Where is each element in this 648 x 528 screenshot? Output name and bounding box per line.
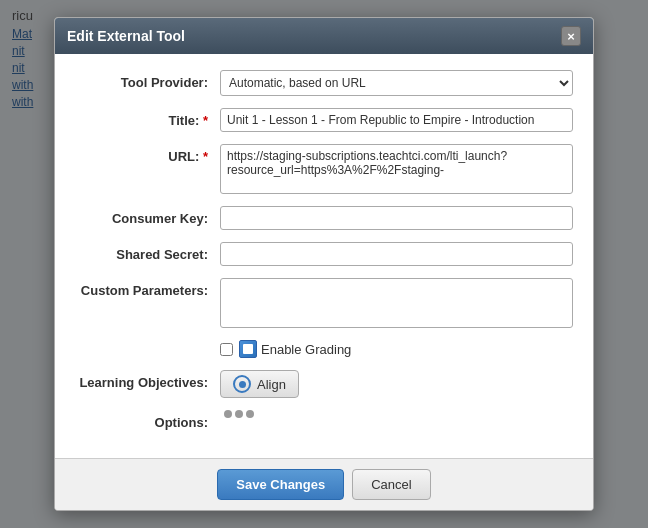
consumer-key-label: Consumer Key: (75, 206, 220, 226)
title-row: Title: * (75, 108, 573, 132)
align-icon (233, 375, 251, 393)
cancel-button[interactable]: Cancel (352, 469, 430, 500)
modal-footer: Save Changes Cancel (55, 458, 593, 510)
url-row: URL: * https://staging-subscriptions.tea… (75, 144, 573, 194)
enable-grading-row: Enable Grading (75, 340, 573, 358)
modal-dialog: Edit External Tool × Tool Provider: Auto… (54, 17, 594, 511)
title-input[interactable] (220, 108, 573, 132)
learning-objectives-label: Learning Objectives: (75, 370, 220, 390)
align-button-label: Align (257, 377, 286, 392)
grading-icon (239, 340, 257, 358)
modal-overlay: Edit External Tool × Tool Provider: Auto… (0, 0, 648, 528)
align-icon-inner (239, 381, 246, 388)
options-dot-3 (246, 410, 254, 418)
modal-body: Tool Provider: Automatic, based on URL M… (55, 54, 593, 458)
save-changes-button[interactable]: Save Changes (217, 469, 344, 500)
custom-params-row: Custom Parameters: (75, 278, 573, 328)
shared-secret-row: Shared Secret: (75, 242, 573, 266)
shared-secret-label: Shared Secret: (75, 242, 220, 262)
title-required-mark: * (203, 113, 208, 128)
tool-provider-label: Tool Provider: (75, 70, 220, 90)
modal-close-button[interactable]: × (561, 26, 581, 46)
options-dot-1 (224, 410, 232, 418)
options-dots[interactable] (220, 410, 254, 418)
options-dot-2 (235, 410, 243, 418)
consumer-key-input[interactable] (220, 206, 573, 230)
options-row: Options: (75, 410, 573, 430)
url-required-mark: * (203, 149, 208, 164)
grading-icon-inner (243, 344, 253, 354)
modal-title: Edit External Tool (67, 28, 185, 44)
shared-secret-input[interactable] (220, 242, 573, 266)
enable-grading-label[interactable]: Enable Grading (261, 342, 351, 357)
custom-params-input[interactable] (220, 278, 573, 328)
url-label: URL: * (75, 144, 220, 164)
tool-provider-row: Tool Provider: Automatic, based on URL M… (75, 70, 573, 96)
enable-grading-checkbox[interactable] (220, 343, 233, 356)
custom-params-label: Custom Parameters: (75, 278, 220, 298)
url-input[interactable]: https://staging-subscriptions.teachtci.c… (220, 144, 573, 194)
tool-provider-select[interactable]: Automatic, based on URL Manual By URL By… (220, 70, 573, 96)
learning-objectives-row: Learning Objectives: Align (75, 370, 573, 398)
options-label: Options: (75, 410, 220, 430)
align-button[interactable]: Align (220, 370, 299, 398)
modal-header: Edit External Tool × (55, 18, 593, 54)
consumer-key-row: Consumer Key: (75, 206, 573, 230)
title-label: Title: * (75, 108, 220, 128)
